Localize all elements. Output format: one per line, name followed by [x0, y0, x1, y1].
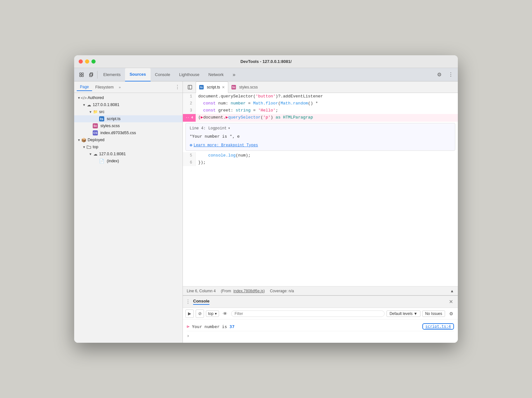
- tabbar-end: ⚙ ⋮: [435, 70, 455, 79]
- code-line-3: 3 const greet: string = 'Hello';: [183, 107, 458, 114]
- code-line-2: 2 const num: number = Math.floor(Math.ra…: [183, 100, 458, 107]
- svg-rect-2: [80, 75, 81, 77]
- tree-index-css[interactable]: CS index.d9703d55.css: [74, 129, 183, 136]
- eye-symbol: 👁: [223, 311, 227, 316]
- sources-panel-tabs: Page Filesystem » ⋮: [74, 81, 183, 93]
- tree-deployed-host[interactable]: ▼ ☁ 127.0.0.1:8081: [74, 150, 183, 157]
- log-levels-dropdown[interactable]: Default levels ▼: [387, 310, 420, 317]
- css-file-icon: CS: [93, 130, 98, 135]
- line-num-5: 5: [183, 152, 196, 159]
- close-tab-icon[interactable]: ✕: [222, 85, 225, 89]
- no-symbol-icon: ⊘: [198, 311, 202, 316]
- clear-console-button[interactable]: ▶: [185, 310, 194, 318]
- ts-tab-icon: ts: [199, 85, 204, 89]
- editor-tab-script-ts[interactable]: ts script.ts ✕: [196, 81, 228, 93]
- left-panel: Page Filesystem » ⋮ ▼ </>: [74, 81, 183, 343]
- panels-area: Page Filesystem » ⋮ ▼ </>: [74, 81, 458, 343]
- console-source-link[interactable]: script.ts:4: [422, 323, 454, 330]
- tab-sources[interactable]: Sources: [125, 68, 150, 81]
- tree-authored[interactable]: ▼ </> Authored: [74, 94, 183, 101]
- tree-top[interactable]: ▼ top: [74, 143, 183, 150]
- source-file-link[interactable]: index.7808df6e.js): [233, 289, 265, 293]
- devtools-tabbar: Elements Sources Console Lighthouse Netw…: [74, 68, 458, 81]
- svg-rect-1: [82, 73, 83, 74]
- line-content-4: (▶document.▶querySelector('p') as HTMLPa…: [196, 114, 458, 122]
- console-more-icon[interactable]: ⋮: [185, 299, 191, 305]
- code-line-4: ·· 4 (▶document.▶querySelector('p') as H…: [183, 114, 458, 122]
- tab-more-sources[interactable]: »: [117, 84, 122, 90]
- sidebar-toggle-icon[interactable]: [185, 83, 194, 92]
- code-line-6: 6 });: [183, 159, 458, 166]
- play-icon: ▶: [188, 311, 191, 316]
- minimize-button[interactable]: [85, 59, 89, 64]
- console-log-number: 37: [230, 324, 235, 329]
- scroll-to-top-icon[interactable]: ▲: [450, 289, 454, 293]
- svg-rect-6: [188, 85, 192, 89]
- circle-arrow-icon: ⊕: [190, 142, 192, 148]
- tree-arrow: ▼: [88, 110, 93, 114]
- prompt-arrow-icon: ›: [187, 333, 189, 338]
- dropdown-arrow-icon: ▾: [215, 311, 217, 316]
- tab-filesystem[interactable]: Filesystem: [92, 84, 117, 91]
- editor-tab-styles-scss[interactable]: Sc styles.scss: [228, 81, 261, 93]
- console-close-button[interactable]: ✕: [446, 297, 455, 306]
- context-dropdown[interactable]: top ▾: [206, 310, 219, 317]
- code-editor[interactable]: 1 document.querySelector('button')?.addE…: [183, 93, 458, 286]
- console-output: ⊳ Your number is 37 script.ts:4 ›: [183, 319, 458, 343]
- logpoint-popup: Line 4: Logpoint ▾ "Your number is ", e: [185, 123, 455, 151]
- tab-more[interactable]: »: [228, 68, 240, 81]
- console-settings-icon[interactable]: ⚙: [447, 310, 455, 318]
- scss-file-icon: Sc: [93, 123, 98, 128]
- code-icon: </>: [81, 95, 86, 100]
- tree-authored-host[interactable]: ▼ ☁ 127.0.0.1:8081: [74, 101, 183, 108]
- tree-index[interactable]: 📄 (index): [74, 157, 183, 165]
- traffic-lights: [79, 59, 96, 64]
- cube-icon: 📦: [81, 137, 86, 142]
- folder-icon: 📁: [93, 109, 98, 114]
- panel-more-dots[interactable]: ⋮: [175, 84, 180, 90]
- logpoint-input[interactable]: "Your number is ", e: [190, 133, 451, 140]
- tree-arrow: ▼: [77, 138, 81, 142]
- tree-deployed[interactable]: ▼ 📦 Deployed: [74, 136, 183, 143]
- line-content-2: const num: number = Math.floor(Math.rand…: [196, 100, 458, 107]
- breakpoint-marker[interactable]: ·· 4: [183, 114, 196, 122]
- logpoint-type-dropdown[interactable]: Logpoint ▾: [208, 126, 230, 131]
- tab-elements[interactable]: Elements: [99, 68, 125, 81]
- tab-network[interactable]: Network: [204, 68, 228, 81]
- block-icon[interactable]: ⊘: [196, 310, 204, 318]
- svg-rect-4: [90, 74, 92, 77]
- close-button[interactable]: [79, 59, 83, 64]
- maximize-button[interactable]: [91, 59, 96, 64]
- editor-console-area: ts script.ts ✕ Sc styles.scss 1: [183, 81, 458, 343]
- file-tree: ▼ </> Authored ▼ ☁ 127.0.0.1:8081 ▼ 📁: [74, 93, 183, 343]
- line-content-3: const greet: string = 'Hello';: [196, 107, 458, 114]
- code-line-1: 1 document.querySelector('button')?.addE…: [183, 93, 458, 100]
- tree-src-folder[interactable]: ▼ 📁 src: [74, 108, 183, 115]
- chevron-down-icon: ▾: [228, 126, 230, 131]
- copy-icon[interactable]: [86, 70, 96, 80]
- cursor-position: Line 6, Column 4: [187, 289, 216, 293]
- status-bar: Line 6, Column 4 (From index.7808df6e.js…: [183, 286, 458, 295]
- back-nav-icon[interactable]: [77, 70, 86, 80]
- line-content-6: });: [196, 159, 458, 166]
- tree-styles-scss[interactable]: Sc styles.scss: [74, 122, 183, 129]
- tab-page[interactable]: Page: [77, 83, 92, 91]
- console-filter-input[interactable]: [231, 310, 385, 317]
- console-prompt-line[interactable]: ›: [187, 331, 454, 340]
- coverage: Coverage: n/a: [270, 289, 294, 293]
- tab-lighthouse[interactable]: Lighthouse: [175, 68, 204, 81]
- more-icon[interactable]: ⋮: [446, 70, 455, 79]
- console-log-entry: ⊳ Your number is 37 script.ts:4: [187, 322, 454, 331]
- tree-script-ts[interactable]: ts script.ts: [74, 115, 183, 122]
- settings-icon[interactable]: ⚙: [435, 70, 444, 79]
- logpoint-learn-more[interactable]: ⊕ Learn more: Breakpoint Types: [190, 142, 451, 148]
- code-line-5: 5 console.log(num);: [183, 152, 458, 159]
- live-expressions-icon[interactable]: 👁: [221, 310, 229, 318]
- ts-file-icon: ts: [99, 116, 104, 121]
- console-title: Console: [193, 299, 209, 305]
- folder-outline-icon: [86, 144, 91, 149]
- svg-rect-5: [90, 73, 93, 76]
- tab-console[interactable]: Console: [151, 68, 175, 81]
- learn-more-link[interactable]: Learn more: Breakpoint Types: [193, 143, 258, 148]
- console-log-text: Your number is 37: [192, 324, 234, 329]
